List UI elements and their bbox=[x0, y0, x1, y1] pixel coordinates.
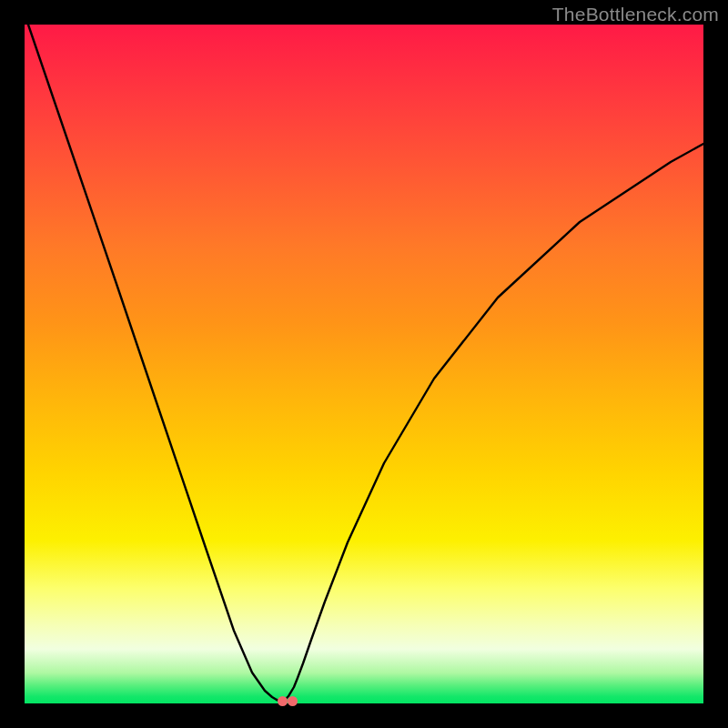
marker-layer bbox=[25, 25, 703, 703]
plot-area bbox=[25, 25, 703, 703]
watermark-text: TheBottleneck.com bbox=[552, 4, 719, 25]
marker-min-2 bbox=[288, 696, 298, 706]
marker-min-1 bbox=[278, 696, 288, 706]
